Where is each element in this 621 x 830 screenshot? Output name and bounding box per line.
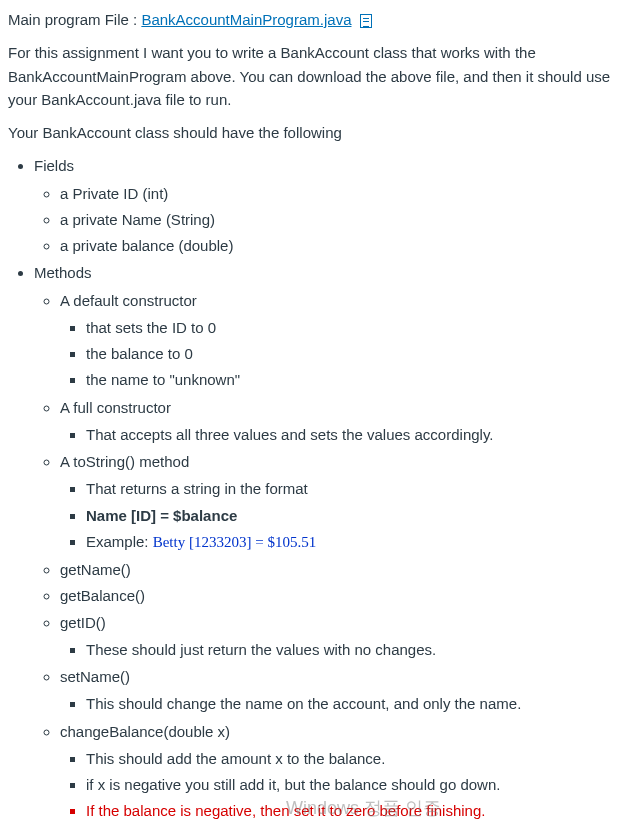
default-constructor-label: A default constructor bbox=[60, 292, 197, 309]
main-file-link[interactable]: BankAccountMainProgram.java bbox=[141, 11, 351, 28]
intro-paragraph-1: For this assignment I want you to write … bbox=[8, 41, 613, 111]
setname-note: This should change the name on the accou… bbox=[86, 692, 613, 715]
tostring-method: A toString() method That returns a strin… bbox=[60, 450, 613, 554]
fields-section: Fields a Private ID (int) a private Name… bbox=[34, 154, 613, 257]
main-file-line: Main program File : BankAccountMainProgr… bbox=[8, 8, 613, 31]
default-constructor: A default constructor that sets the ID t… bbox=[60, 289, 613, 392]
upload-instruction: Upload the BankAcount.java file when you… bbox=[8, 827, 613, 831]
methods-label: Methods bbox=[34, 264, 92, 281]
default-ctor-name: the name to "unknown" bbox=[86, 368, 613, 391]
field-id: a Private ID (int) bbox=[60, 182, 613, 205]
changebalance-add: This should add the amount x to the bala… bbox=[86, 747, 613, 770]
getbalance-method: getBalance() bbox=[60, 584, 613, 607]
tostring-example-prefix: Example: bbox=[86, 533, 153, 550]
file-icon bbox=[360, 14, 372, 28]
setname-label: setName() bbox=[60, 668, 130, 685]
field-balance: a private balance (double) bbox=[60, 234, 613, 257]
full-constructor: A full constructor That accepts all thre… bbox=[60, 396, 613, 447]
getid-note: These should just return the values with… bbox=[86, 638, 613, 661]
methods-section: Methods A default constructor that sets … bbox=[34, 261, 613, 822]
tostring-label: A toString() method bbox=[60, 453, 189, 470]
main-file-prefix: Main program File : bbox=[8, 11, 141, 28]
full-ctor-desc: That accepts all three values and sets t… bbox=[86, 423, 613, 446]
fields-label: Fields bbox=[34, 157, 74, 174]
tostring-example: Example: Betty [1233203] = $105.51 bbox=[86, 530, 613, 554]
windows-watermark: Windows 정품 인증 bbox=[286, 795, 441, 823]
setname-method: setName() This should change the name on… bbox=[60, 665, 613, 716]
default-ctor-id: that sets the ID to 0 bbox=[86, 316, 613, 339]
tostring-format: Name [ID] = $balance bbox=[86, 504, 613, 527]
full-constructor-label: A full constructor bbox=[60, 399, 171, 416]
default-ctor-balance: the balance to 0 bbox=[86, 342, 613, 365]
changebalance-neg: if x is negative you still add it, but t… bbox=[86, 773, 613, 796]
changebalance-label: changeBalance(double x) bbox=[60, 723, 230, 740]
tostring-example-value: Betty [1233203] = $105.51 bbox=[153, 534, 316, 550]
getname-method: getName() bbox=[60, 558, 613, 581]
getid-label: getID() bbox=[60, 614, 106, 631]
getid-method: getID() These should just return the val… bbox=[60, 611, 613, 662]
spec-list: Fields a Private ID (int) a private Name… bbox=[8, 154, 613, 822]
tostring-return: That returns a string in the format bbox=[86, 477, 613, 500]
field-name: a private Name (String) bbox=[60, 208, 613, 231]
intro-paragraph-2: Your BankAccount class should have the f… bbox=[8, 121, 613, 144]
